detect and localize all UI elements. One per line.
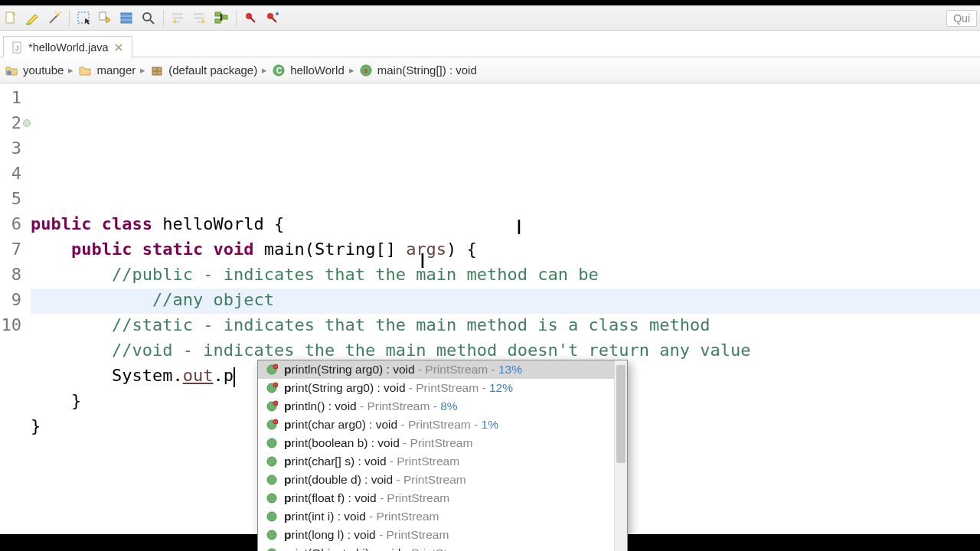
breadcrumb-item[interactable]: (default package) xyxy=(168,64,257,77)
completion-signature: println() : void - PrintStream - 8% xyxy=(284,399,458,413)
black-letterbox-top xyxy=(0,0,980,5)
svg-rect-11 xyxy=(172,13,183,15)
breadcrumb-item[interactable]: youtube xyxy=(23,64,64,77)
nav-back-icon[interactable] xyxy=(170,10,187,27)
line-number: 8 xyxy=(0,262,28,287)
highlight-icon[interactable] xyxy=(24,10,41,27)
method-icon xyxy=(266,382,278,394)
svg-point-25 xyxy=(7,70,11,75)
completion-signature: println(String arg0) : void - PrintStrea… xyxy=(284,363,522,377)
completion-item[interactable]: print(Object obj) : void - PrintStream xyxy=(258,544,627,551)
code-line[interactable]: public static void main(String[] args) { xyxy=(31,236,980,262)
completion-item[interactable]: print(boolean b) : void - PrintStream xyxy=(258,434,627,452)
completion-item[interactable]: print(float f) : void - PrintStream xyxy=(258,489,627,507)
method-icon xyxy=(266,419,278,431)
code-line[interactable]: //any object xyxy=(31,287,980,312)
code-line[interactable]: //public - indicates that the main metho… xyxy=(31,262,980,287)
svg-point-10 xyxy=(143,13,151,21)
text-caret xyxy=(234,367,235,387)
completion-signature: print(char[] s) : void - PrintStream xyxy=(284,455,459,468)
svg-rect-19 xyxy=(223,15,227,19)
completion-item[interactable]: print(char[] s) : void - PrintStream xyxy=(258,452,627,471)
completion-item[interactable]: print(char arg0) : void - PrintStream - … xyxy=(258,416,627,434)
svg-text:S: S xyxy=(364,67,368,74)
svg-point-36 xyxy=(273,401,278,406)
svg-point-43 xyxy=(267,512,276,521)
svg-point-44 xyxy=(267,530,276,540)
class-icon: C xyxy=(272,64,286,77)
chevron-right-icon: ▸ xyxy=(262,64,267,76)
svg-point-41 xyxy=(267,475,276,484)
code-line[interactable]: public class helloWorld { xyxy=(31,211,980,236)
chevron-right-icon: ▸ xyxy=(68,64,74,76)
nav-fwd-icon[interactable] xyxy=(191,10,208,27)
editor-tabstrip: J *helloWorld.java xyxy=(0,31,980,57)
line-number: 7 xyxy=(0,236,28,262)
breadcrumb-item[interactable]: manger xyxy=(96,64,136,77)
method-icon xyxy=(266,400,278,412)
folder-icon xyxy=(78,64,92,77)
code-line[interactable]: //static - indicates that the main metho… xyxy=(31,312,980,337)
line-number-gutter: 12345678910 xyxy=(0,83,28,534)
svg-point-3 xyxy=(60,11,61,13)
package-icon xyxy=(150,64,164,77)
svg-rect-14 xyxy=(194,13,204,15)
completion-list[interactable]: ▲ ▼ println(String arg0) : void - PrintS… xyxy=(258,360,627,551)
svg-point-34 xyxy=(273,383,278,387)
svg-rect-6 xyxy=(100,12,106,20)
selection-icon[interactable] xyxy=(76,10,93,27)
svg-point-2 xyxy=(57,13,60,16)
line-number: 1 xyxy=(0,85,28,110)
tasks-icon[interactable] xyxy=(119,10,136,27)
method-icon xyxy=(266,529,278,541)
toolbar-divider xyxy=(163,10,164,27)
project-icon xyxy=(5,64,18,77)
java-file-icon: J xyxy=(11,41,24,54)
line-number: 10 xyxy=(0,312,28,337)
completion-item[interactable]: print(String arg0) : void - PrintStream … xyxy=(258,379,627,397)
jump-icon[interactable] xyxy=(97,10,114,27)
toolbar-divider xyxy=(69,10,70,27)
completion-item[interactable]: println() : void - PrintStream - 8% xyxy=(258,397,627,416)
completion-signature: print(int i) : void - PrintStream xyxy=(284,510,439,523)
method-icon xyxy=(266,474,278,486)
line-number: 2 xyxy=(0,110,28,135)
tree-icon[interactable] xyxy=(213,10,230,27)
line-number: 6 xyxy=(0,211,28,236)
breadcrumb-item[interactable]: main(String[]) : void xyxy=(377,64,477,77)
completion-item[interactable]: print(long l) : void - PrintStream xyxy=(258,526,627,544)
completion-signature: print(Object obj) : void - PrintStream xyxy=(284,546,474,551)
svg-text:C: C xyxy=(276,67,282,75)
search-icon[interactable] xyxy=(140,10,157,27)
completion-signature: print(String arg0) : void - PrintStream … xyxy=(284,381,513,395)
svg-point-32 xyxy=(273,364,278,369)
svg-rect-17 xyxy=(215,12,220,16)
method-icon xyxy=(266,455,278,468)
quick-access-field[interactable]: Qui xyxy=(946,10,977,27)
new-icon[interactable] xyxy=(3,10,20,27)
line-number: 3 xyxy=(0,135,28,161)
breadcrumb-item[interactable]: helloWorld xyxy=(290,64,345,77)
svg-rect-1 xyxy=(26,23,31,25)
svg-point-22 xyxy=(276,12,279,15)
svg-rect-15 xyxy=(194,17,204,19)
pin-icon[interactable] xyxy=(243,10,260,27)
completion-item[interactable]: print(double d) : void - PrintStream xyxy=(258,471,627,489)
completion-item[interactable]: println(String arg0) : void - PrintStrea… xyxy=(258,360,627,379)
svg-point-39 xyxy=(267,439,276,448)
completion-signature: print(char arg0) : void - PrintStream - … xyxy=(284,418,498,432)
method-icon xyxy=(266,547,278,551)
completion-signature: print(double d) : void - PrintStream xyxy=(284,473,466,487)
editor-tab[interactable]: J *helloWorld.java xyxy=(3,36,132,57)
svg-rect-12 xyxy=(172,17,183,19)
close-tab-icon[interactable] xyxy=(113,42,124,53)
wand-icon[interactable] xyxy=(46,10,63,27)
line-number: 4 xyxy=(0,161,28,186)
completion-item[interactable]: print(int i) : void - PrintStream xyxy=(258,507,627,526)
completion-signature: print(long l) : void - PrintStream xyxy=(284,528,449,542)
pin2-icon[interactable] xyxy=(264,10,281,27)
scrollbar-thumb[interactable] xyxy=(616,365,626,463)
popup-scrollbar-vertical[interactable]: ▲ ▼ xyxy=(614,360,627,551)
svg-rect-8 xyxy=(121,17,132,19)
code-editor[interactable]: 12345678910 public class helloWorld { pu… xyxy=(0,83,980,534)
